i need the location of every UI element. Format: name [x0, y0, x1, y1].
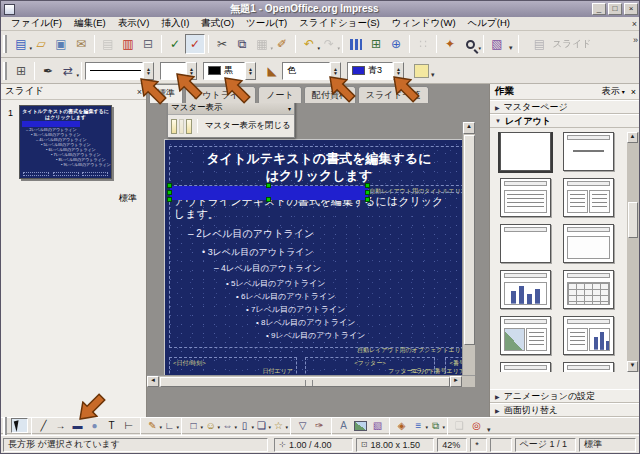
from-file-icon[interactable]	[352, 418, 369, 433]
points-icon[interactable]: ▽	[294, 418, 311, 433]
toolbar-grip[interactable]	[3, 62, 7, 80]
rotate-icon[interactable]: ◈	[393, 418, 410, 433]
new-document-icon[interactable]: ▤▾	[11, 34, 31, 54]
layout-title-2lists[interactable]	[563, 178, 614, 217]
toolbar-overflow-icon[interactable]: ▾	[487, 426, 491, 434]
styles-icon[interactable]: ⊞	[11, 61, 31, 81]
menu-書式(O)[interactable]: 書式(O)	[195, 17, 240, 30]
save-icon[interactable]: ▣	[51, 34, 71, 54]
layout-title-list[interactable]	[500, 178, 551, 217]
minimize-button[interactable]: _	[592, 3, 606, 15]
layout-chart-list[interactable]	[563, 362, 614, 372]
menu-表示(V)[interactable]: 表示(V)	[112, 17, 156, 30]
layout-title-chart[interactable]	[500, 270, 551, 309]
undo-icon[interactable]: ↶▾	[299, 34, 319, 54]
menu-編集(E)[interactable]: 編集(E)	[68, 17, 112, 30]
stars-icon[interactable]: ☆▾	[270, 418, 287, 433]
new-master-icon[interactable]	[171, 119, 177, 134]
print-icon[interactable]: ⊟	[138, 34, 158, 54]
gluepoints-icon[interactable]: ✑	[311, 418, 328, 433]
line-properties-icon[interactable]: ✒	[38, 61, 58, 81]
format-paintbrush-icon[interactable]: ✐	[272, 34, 292, 54]
gallery2-icon[interactable]: ▧	[369, 418, 386, 433]
vertical-text-icon[interactable]: ⊢	[120, 418, 137, 433]
line-icon[interactable]: ╱	[35, 418, 52, 433]
curve-icon[interactable]: ✎▾	[144, 418, 161, 433]
chevron-down-icon[interactable]: ▾	[288, 105, 291, 112]
fill-color-select[interactable]: 青3	[347, 62, 393, 80]
menu-スライドショー(S)[interactable]: スライドショー(S)	[293, 17, 386, 30]
interaction-icon[interactable]: ◎	[468, 418, 485, 433]
section-layout[interactable]: ▼ レイアウト	[490, 114, 640, 128]
vertical-scrollbar[interactable]: ▲ ▼	[462, 122, 475, 387]
layout-title-table[interactable]	[563, 270, 614, 309]
chevron-down-icon[interactable]: ▾	[622, 88, 625, 95]
tab-ノート[interactable]: ノート	[258, 86, 301, 103]
fill-type-select[interactable]: 色	[282, 62, 330, 80]
section-master-pages[interactable]: ▶ マスターページ	[490, 100, 640, 114]
menu-ツール(T)[interactable]: ツール(T)	[240, 17, 293, 30]
menu-ウィンドウ(W)[interactable]: ウィンドウ(W)	[386, 17, 462, 30]
section-animation[interactable]: ▶ アニメーションの設定	[490, 389, 640, 403]
toolbar-grip[interactable]	[3, 417, 7, 435]
layout-title-content[interactable]	[563, 132, 614, 171]
menu-ファイル(F)[interactable]: ファイル(F)	[5, 17, 68, 30]
spellcheck-icon[interactable]: ✓	[165, 34, 185, 54]
slide-canvas[interactable]: タイトルテキストの書式を編集するに はクリックします 自動レイアウト用のタイトル…	[164, 139, 474, 387]
close-button[interactable]: ×	[624, 3, 638, 15]
title-placeholder[interactable]: タイトルテキストの書式を編集するに はクリックします	[169, 146, 469, 186]
insert-slide-icon[interactable]: ▤	[530, 34, 550, 54]
section-transition[interactable]: ▶ 画面切り替え	[490, 403, 640, 417]
navigator-icon[interactable]: ✦	[440, 34, 460, 54]
layout-scrollbar[interactable]: ▲ ▼	[627, 132, 639, 372]
export-pdf-icon[interactable]: ▥	[118, 34, 138, 54]
horizontal-scrollbar[interactable]: ◄ ►	[147, 375, 475, 387]
more-toolbars-icon[interactable]: »	[633, 35, 638, 45]
layout-image-list[interactable]	[500, 316, 551, 355]
auto-spellcheck-icon[interactable]: ✓	[185, 34, 205, 54]
layout-list-image[interactable]	[500, 362, 551, 372]
arrange-icon[interactable]: ⧉▾	[427, 418, 444, 433]
rename-master-icon[interactable]	[186, 119, 192, 134]
chart-icon[interactable]	[346, 34, 366, 54]
callouts-icon[interactable]: ❏▾	[253, 418, 270, 433]
toolbar-overflow-icon[interactable]: ▾	[431, 71, 435, 79]
layout-blank[interactable]	[500, 132, 551, 171]
gallery-icon[interactable]: ▧	[487, 34, 507, 54]
menu-ヘルプ(H)[interactable]: ヘルプ(H)	[462, 17, 516, 30]
block-arrows-icon[interactable]: ⇔▾	[219, 418, 236, 433]
select-icon[interactable]	[11, 418, 28, 433]
open-icon[interactable]: ▱	[31, 34, 51, 54]
line-color-spinner[interactable]: ▲▼	[245, 62, 256, 80]
fill-style-icon[interactable]: ◣	[262, 61, 282, 81]
shadow-toggle-icon[interactable]	[414, 64, 429, 78]
flowchart-icon[interactable]: ▯▾	[236, 418, 253, 433]
layout-list-chart[interactable]	[563, 316, 614, 355]
maximize-button[interactable]: □	[608, 3, 622, 15]
slide-thumbnail[interactable]: タイトルテキストの書式を編集するに はクリックします – 2レベル目のアウトライ…	[19, 105, 112, 179]
layout-title-box[interactable]	[563, 224, 614, 263]
outline-placeholder[interactable]: アウトラインテキストの書式を編集するにはクリック します。 – 2レベル目のアウ…	[169, 192, 469, 348]
arrow-icon[interactable]: →	[52, 418, 69, 433]
hyperlink-icon[interactable]: ⊕	[386, 34, 406, 54]
copy-icon[interactable]: ⧉	[232, 34, 252, 54]
zoom-icon[interactable]: ▾	[460, 34, 480, 54]
table-icon[interactable]: ⊞	[366, 34, 386, 54]
email-icon[interactable]: ✉	[71, 34, 91, 54]
alignment-icon[interactable]: ≡▾	[410, 418, 427, 433]
document-close-icon[interactable]: ×	[632, 19, 637, 29]
tasks-view-button[interactable]: 表示	[602, 85, 620, 98]
fontwork-icon[interactable]: A	[335, 418, 352, 433]
toolbar-overflow-icon[interactable]: ▾	[509, 44, 513, 52]
layout-title-only[interactable]	[500, 224, 551, 263]
tasks-panel-close-icon[interactable]: ×	[631, 87, 636, 97]
line-style-select[interactable]	[85, 62, 143, 80]
menu-挿入(I)[interactable]: 挿入(I)	[155, 17, 195, 30]
text-icon[interactable]: T	[103, 418, 120, 433]
cut-icon[interactable]: ✂	[212, 34, 232, 54]
toolbar-grip[interactable]	[3, 35, 7, 53]
basic-shapes-icon[interactable]: □▾	[185, 418, 202, 433]
arrow-style-icon[interactable]: ⇄▾	[58, 61, 78, 81]
connector-icon[interactable]: ∟▾	[161, 418, 178, 433]
symbol-shapes-icon[interactable]: ☺▾	[202, 418, 219, 433]
